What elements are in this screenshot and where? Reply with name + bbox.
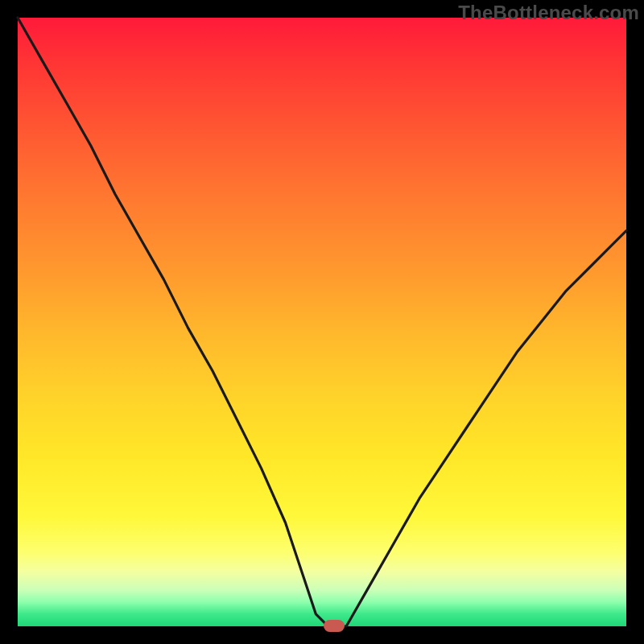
chart-frame: TheBottleneck.com <box>0 0 644 644</box>
optimum-marker <box>324 620 345 632</box>
watermark-text: TheBottleneck.com <box>458 2 639 24</box>
bottleneck-curve <box>18 18 626 626</box>
